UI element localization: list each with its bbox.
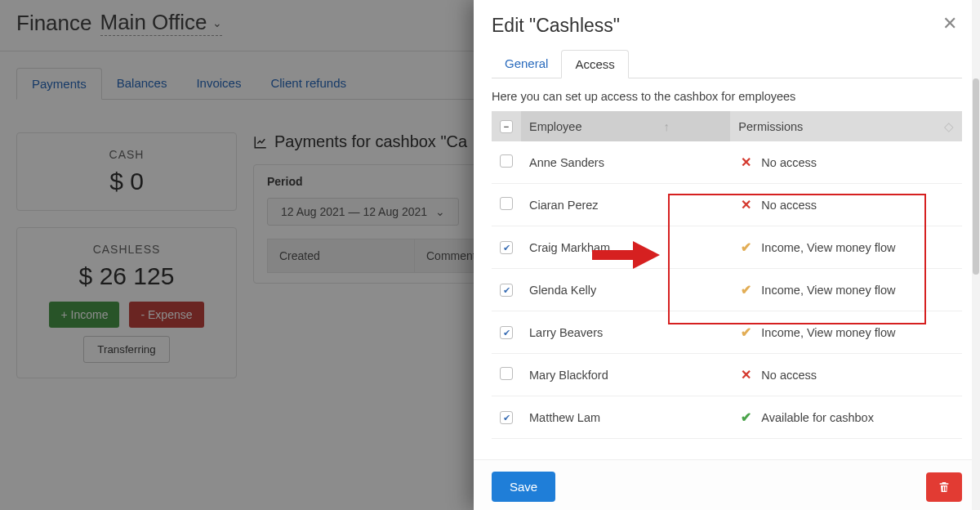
tab-balances[interactable]: Balances	[102, 68, 182, 99]
sort-asc-icon: ↑	[663, 120, 669, 133]
col-employee-label: Employee	[529, 120, 581, 133]
table-row[interactable]: Craig Markham✔Income, View money flow	[492, 226, 962, 269]
cashbox-card-cash[interactable]: CASH $ 0	[16, 132, 237, 211]
income-button[interactable]: + Income	[49, 302, 119, 328]
modal-title: Edit "Cashless"	[492, 15, 620, 37]
employee-permission: ✔Available for cashbox	[730, 396, 962, 439]
employee-permission: ✔Income, View money flow	[730, 311, 962, 354]
employee-permission: ✔Income, View money flow	[730, 269, 962, 311]
employee-name: Matthew Lam	[521, 396, 730, 439]
table-row[interactable]: Glenda Kelly✔Income, View money flow	[492, 269, 962, 311]
row-checkbox[interactable]	[500, 284, 513, 297]
row-checkbox[interactable]	[500, 367, 513, 380]
col-permissions[interactable]: Permissions◇	[730, 111, 962, 141]
table-row[interactable]: Larry Beavers✔Income, View money flow	[492, 311, 962, 354]
page-title: Finance	[16, 11, 92, 36]
chart-icon	[253, 135, 268, 150]
edit-cashbox-modal: Edit "Cashless" ✕ General Access Here yo…	[474, 0, 980, 510]
chevron-down-icon: ⌄	[435, 205, 445, 218]
cashbox-list: CASH $ 0 CASHLESS $ 26 125 + Income - Ex…	[16, 132, 237, 378]
cashbox-amount: $ 0	[27, 168, 226, 195]
close-icon[interactable]: ✕	[942, 15, 957, 33]
employee-permission: ✔Income, View money flow	[730, 226, 962, 269]
employee-name: Anne Sanders	[521, 141, 730, 184]
employee-name: Glenda Kelly	[521, 269, 730, 311]
employee-name: Mary Blackford	[521, 354, 730, 396]
employee-permission: ✕No access	[730, 184, 962, 226]
expense-button[interactable]: - Expense	[129, 302, 203, 328]
transferring-button[interactable]: Transferring	[83, 336, 169, 363]
modal-tab-access[interactable]: Access	[561, 50, 628, 78]
select-all-header[interactable]	[492, 111, 521, 141]
modal-tabs: General Access	[492, 50, 962, 78]
col-created[interactable]: Created	[268, 239, 415, 272]
row-checkbox[interactable]	[500, 154, 513, 168]
employee-access-table: Employee↑ Permissions◇ Anne Sanders✕No a…	[492, 111, 962, 439]
period-value: 12 Aug 2021 — 12 Aug 2021	[281, 205, 427, 218]
row-checkbox[interactable]	[500, 326, 513, 339]
permission-full-icon: ✔	[738, 409, 753, 425]
employee-name: Craig Markham	[521, 226, 730, 269]
col-permissions-label: Permissions	[738, 120, 803, 133]
modal-tab-general[interactable]: General	[492, 50, 561, 78]
payments-title-text: Payments for cashbox "Ca	[274, 132, 467, 151]
chevron-down-icon: ⌄	[212, 16, 222, 29]
delete-button[interactable]	[926, 472, 962, 502]
row-checkbox[interactable]	[500, 411, 513, 424]
modal-footer: Save	[474, 459, 980, 510]
employee-name: Ciaran Perez	[521, 184, 730, 226]
employee-permission: ✕No access	[730, 354, 962, 396]
row-checkbox[interactable]	[500, 241, 513, 254]
sort-icon: ◇	[944, 120, 954, 133]
save-button[interactable]: Save	[492, 472, 555, 502]
cashbox-buttons: + Income - Expense	[27, 302, 226, 328]
table-row[interactable]: Ciaran Perez✕No access	[492, 184, 962, 226]
location-label: Main Office	[100, 10, 207, 35]
modal-help-text: Here you can set up access to the cashbo…	[492, 90, 962, 103]
trash-icon	[938, 481, 951, 494]
permission-part-icon: ✔	[738, 282, 753, 298]
cashbox-amount: $ 26 125	[27, 262, 226, 290]
checkbox-partial-icon[interactable]	[500, 120, 513, 133]
employee-permission: ✕No access	[730, 141, 962, 184]
tab-client-refunds[interactable]: Client refunds	[256, 68, 361, 99]
modal-header: Edit "Cashless" ✕	[474, 0, 980, 50]
cashbox-name: CASHLESS	[27, 243, 226, 256]
location-selector[interactable]: Main Office ⌄	[100, 10, 222, 36]
table-row[interactable]: Mary Blackford✕No access	[492, 354, 962, 396]
tab-payments[interactable]: Payments	[16, 68, 102, 100]
period-select[interactable]: 12 Aug 2021 — 12 Aug 2021 ⌄	[267, 198, 459, 226]
table-head-row: Employee↑ Permissions◇	[492, 111, 962, 141]
permission-part-icon: ✔	[738, 324, 753, 340]
permission-no-icon: ✕	[738, 197, 753, 212]
cashbox-card-cashless[interactable]: CASHLESS $ 26 125 + Income - Expense Tra…	[16, 227, 237, 378]
permission-no-icon: ✕	[738, 154, 753, 170]
col-employee[interactable]: Employee↑	[521, 111, 730, 141]
employee-name: Larry Beavers	[521, 311, 730, 354]
permission-no-icon: ✕	[738, 367, 753, 382]
row-checkbox[interactable]	[500, 197, 513, 210]
finance-tabs: Payments Balances Invoices Client refund…	[16, 68, 474, 100]
modal-body: Here you can set up access to the cashbo…	[474, 78, 980, 459]
table-row[interactable]: Matthew Lam✔Available for cashbox	[492, 396, 962, 439]
table-row[interactable]: Anne Sanders✕No access	[492, 141, 962, 184]
tab-invoices[interactable]: Invoices	[181, 68, 256, 99]
cashbox-name: CASH	[27, 148, 226, 161]
permission-part-icon: ✔	[738, 239, 753, 255]
